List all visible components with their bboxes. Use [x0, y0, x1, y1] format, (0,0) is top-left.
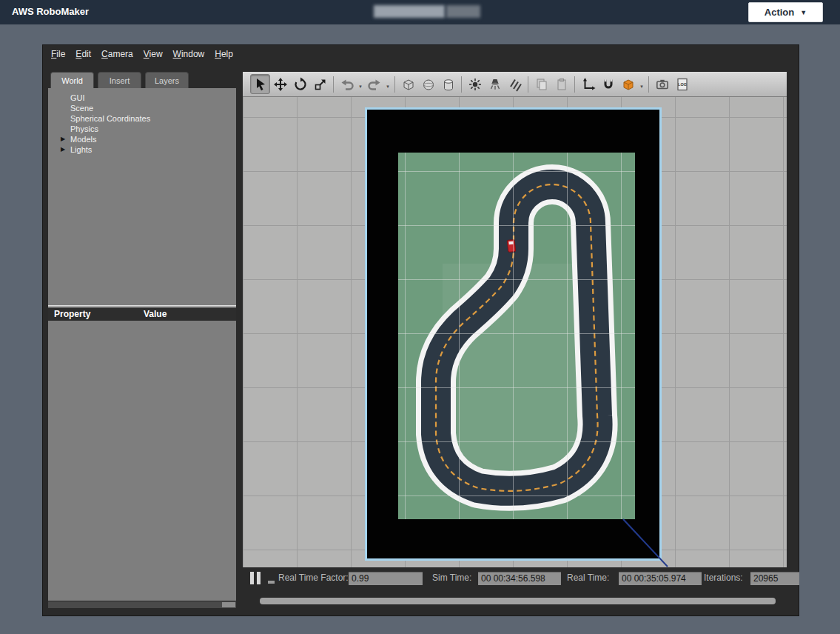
panel-tabs: World Insert Layers — [50, 72, 189, 88]
view-angle-cube-icon — [621, 77, 636, 92]
log-button[interactable]: LOG — [672, 74, 692, 94]
3d-canvas[interactable] — [243, 97, 787, 567]
tree-item-scene[interactable]: Scene — [48, 103, 236, 113]
align-button[interactable] — [578, 74, 598, 94]
scrollbar-thumb[interactable] — [260, 598, 776, 604]
box-icon — [401, 77, 416, 92]
rotate-tool-button[interactable] — [290, 74, 310, 94]
copy-icon — [534, 77, 549, 92]
scale-icon — [313, 77, 328, 92]
horizontal-scrollbar[interactable] — [256, 597, 783, 605]
real-time-factor-label: Real Time Factor: — [278, 573, 349, 583]
screenshot-camera-icon — [655, 77, 670, 92]
tree-item-label: Models — [70, 135, 96, 144]
insert-box-button[interactable] — [398, 74, 418, 94]
directional-light-icon — [508, 77, 523, 92]
view-angle-button[interactable] — [618, 74, 638, 94]
panel-splitter[interactable] — [48, 305, 236, 307]
menu-camera[interactable]: Camera — [96, 47, 138, 61]
gazebo-window: File Edit Camera View Window Help World … — [42, 44, 799, 616]
screenshot-button[interactable] — [652, 74, 672, 94]
track-floor — [398, 153, 635, 519]
menubar: File Edit Camera View Window Help — [43, 45, 799, 63]
menu-view[interactable]: View — [138, 47, 168, 61]
redacted-text — [374, 5, 480, 19]
resize-grip[interactable] — [222, 602, 235, 607]
paste-button[interactable] — [551, 74, 571, 94]
redo-dropdown-caret-icon[interactable]: ▾ — [384, 74, 392, 94]
property-table-header: Property Value — [48, 308, 236, 321]
expand-arrow-icon[interactable]: ▶ — [61, 134, 65, 144]
toolbar-separator — [528, 76, 528, 93]
tree-item-gui[interactable]: GUI — [48, 93, 236, 103]
race-track — [398, 153, 635, 519]
app-title: AWS RoboMaker — [12, 6, 89, 17]
directional-light-button[interactable] — [505, 74, 525, 94]
tree-item-physics[interactable]: Physics — [48, 124, 236, 134]
tree-item-spherical-coordinates[interactable]: Spherical Coordinates — [48, 113, 236, 124]
sim-time-label: Sim Time: — [432, 573, 471, 583]
pause-button[interactable] — [250, 572, 263, 585]
simulation-statusbar: Real Time Factor: 0.99 Sim Time: 00 00:3… — [43, 570, 799, 589]
simulation-viewport: ▾ ▾ — [243, 72, 787, 567]
viewport-toolbar: ▾ ▾ — [243, 72, 787, 97]
robot-car — [507, 240, 516, 253]
insert-sphere-button[interactable] — [418, 74, 438, 94]
tab-layers[interactable]: Layers — [145, 72, 189, 88]
tree-item-models[interactable]: ▶ Models — [48, 134, 236, 144]
real-time-label: Real Time: — [567, 573, 609, 583]
menu-help[interactable]: Help — [209, 47, 238, 61]
point-light-icon — [468, 77, 483, 92]
tab-world[interactable]: World — [50, 72, 94, 88]
align-icon — [581, 77, 596, 92]
real-time-factor-value: 0.99 — [349, 572, 423, 585]
menu-edit[interactable]: Edit — [70, 47, 96, 61]
aws-topbar: AWS RoboMaker Action ▼ — [0, 0, 840, 24]
expand-arrow-icon[interactable]: ▶ — [61, 144, 65, 155]
sim-time-value: 00 00:34:56.598 — [478, 572, 561, 585]
undo-icon — [340, 77, 355, 92]
translate-icon — [273, 77, 288, 92]
property-column-header: Property — [54, 309, 90, 319]
translate-tool-button[interactable] — [270, 74, 290, 94]
select-arrow-icon — [253, 77, 268, 92]
tree-item-lights[interactable]: ▶ Lights — [48, 144, 236, 155]
undo-dropdown-caret-icon[interactable]: ▾ — [357, 74, 364, 94]
insert-cylinder-button[interactable] — [438, 74, 458, 94]
log-icon: LOG — [675, 77, 690, 92]
undo-button[interactable] — [337, 74, 357, 94]
tree-item-label: Lights — [70, 145, 92, 154]
redo-button[interactable] — [364, 74, 384, 94]
toolbar-separator — [648, 76, 649, 93]
action-button[interactable]: Action ▼ — [748, 2, 823, 22]
tree-item-label: GUI — [70, 93, 85, 102]
world-boundary — [365, 107, 662, 561]
toolbar-separator — [394, 76, 395, 93]
snap-magnet-icon — [601, 77, 616, 92]
sphere-icon — [421, 77, 436, 92]
select-tool-button[interactable] — [250, 74, 270, 94]
copy-button[interactable] — [531, 74, 551, 94]
scale-tool-button[interactable] — [310, 74, 330, 94]
paste-icon — [554, 77, 569, 92]
menu-file[interactable]: File — [46, 47, 70, 61]
spot-light-button[interactable] — [485, 74, 505, 94]
tree-item-label: Spherical Coordinates — [70, 114, 150, 123]
iterations-value: 20965 — [750, 572, 799, 585]
menu-window[interactable]: Window — [168, 47, 210, 61]
tab-insert[interactable]: Insert — [98, 72, 141, 88]
spot-light-icon — [488, 77, 503, 92]
redacted-block — [446, 5, 480, 18]
action-button-label: Action — [765, 7, 794, 18]
value-column-header: Value — [144, 309, 167, 319]
step-button[interactable] — [268, 581, 275, 584]
caret-down-icon: ▼ — [800, 9, 807, 16]
world-tree: GUI Scene Spherical Coordinates Physics … — [48, 93, 236, 155]
panel-scrollbar[interactable] — [48, 601, 236, 608]
view-angle-dropdown-caret-icon[interactable]: ▾ — [638, 74, 645, 94]
rotate-icon — [293, 77, 308, 92]
tree-item-label: Scene — [70, 104, 93, 113]
point-light-button[interactable] — [465, 74, 485, 94]
toolbar-separator — [461, 76, 462, 93]
snap-button[interactable] — [598, 74, 618, 94]
